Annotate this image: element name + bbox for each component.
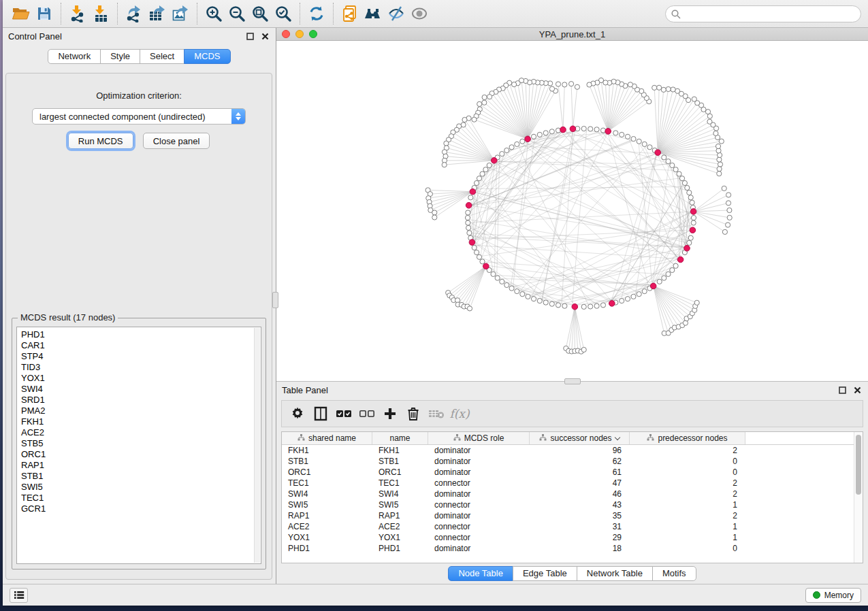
close-panel-icon[interactable] <box>259 31 270 42</box>
network-node[interactable] <box>480 171 485 176</box>
network-node[interactable] <box>432 215 437 220</box>
network-node[interactable] <box>670 163 675 167</box>
network-node[interactable] <box>556 82 560 86</box>
network-node[interactable] <box>726 193 731 197</box>
deselect-all-icon[interactable] <box>357 403 377 424</box>
network-node[interactable] <box>690 200 694 205</box>
network-node[interactable] <box>594 127 599 132</box>
memory-button[interactable]: Memory <box>805 588 861 603</box>
network-node[interactable] <box>666 86 671 91</box>
network-node[interactable] <box>673 167 678 172</box>
network-dominator-node[interactable] <box>690 209 696 215</box>
table-scrollbar-thumb[interactable] <box>856 435 861 495</box>
network-node[interactable] <box>652 85 657 90</box>
network-node[interactable] <box>500 152 504 156</box>
network-node[interactable] <box>662 276 666 280</box>
network-node[interactable] <box>482 100 487 105</box>
network-node[interactable] <box>657 85 662 90</box>
search-network-icon[interactable] <box>361 2 385 25</box>
network-node[interactable] <box>487 95 492 99</box>
network-dominator-node[interactable] <box>609 301 615 307</box>
network-node[interactable] <box>666 159 671 164</box>
mcds-result-item[interactable]: SWI5 <box>21 482 261 493</box>
zoom-out-icon[interactable] <box>225 2 248 25</box>
horizontal-splitter-handle[interactable] <box>564 378 581 384</box>
float-panel-icon[interactable] <box>244 31 255 42</box>
mcds-result-item[interactable]: TEC1 <box>21 493 261 503</box>
network-node[interactable] <box>692 97 696 101</box>
network-node[interactable] <box>475 180 479 185</box>
delete-table-icon[interactable] <box>426 403 447 424</box>
network-node[interactable] <box>688 195 693 200</box>
table-row[interactable]: PHD1PHD1dominator180 <box>282 543 863 554</box>
table-row[interactable]: TEC1TEC1connector472 <box>282 478 863 489</box>
mcds-result-item[interactable]: PHD1 <box>21 329 261 340</box>
network-node[interactable] <box>631 294 636 299</box>
mcds-result-item[interactable]: GCR1 <box>21 503 261 514</box>
network-node[interactable] <box>556 303 560 308</box>
network-node[interactable] <box>482 95 487 99</box>
network-node[interactable] <box>600 303 605 308</box>
network-node[interactable] <box>432 210 437 215</box>
mcds-result-item[interactable]: YOX1 <box>21 373 261 384</box>
network-node[interactable] <box>537 299 542 303</box>
network-node[interactable] <box>691 215 696 220</box>
tab-edge-table[interactable]: Edge Table <box>513 566 577 581</box>
network-node[interactable] <box>543 131 548 135</box>
network-node[interactable] <box>531 134 536 139</box>
network-node[interactable] <box>444 141 449 146</box>
mcds-result-item[interactable]: SRD1 <box>21 395 261 406</box>
network-dominator-node[interactable] <box>570 126 576 132</box>
network-node[interactable] <box>726 222 730 227</box>
network-node[interactable] <box>625 134 630 139</box>
vertical-splitter-handle[interactable] <box>272 292 278 308</box>
network-node[interactable] <box>477 101 482 106</box>
network-node[interactable] <box>504 148 509 152</box>
add-column-icon[interactable] <box>380 403 400 424</box>
network-dominator-node[interactable] <box>483 263 489 269</box>
table-row[interactable]: ORC1ORC1dominator610 <box>282 467 863 478</box>
network-node[interactable] <box>707 119 712 124</box>
network-node[interactable] <box>670 267 675 272</box>
network-node[interactable] <box>468 195 473 200</box>
network-node[interactable] <box>472 245 477 250</box>
mcds-result-item[interactable]: TID3 <box>21 362 261 373</box>
network-node[interactable] <box>683 320 688 325</box>
network-node[interactable] <box>543 300 548 305</box>
network-node[interactable] <box>483 167 488 172</box>
network-node[interactable] <box>613 131 618 135</box>
table-row[interactable]: RAP1RAP1dominator352 <box>282 510 863 521</box>
network-node[interactable] <box>509 145 514 150</box>
select-all-icon[interactable] <box>334 403 354 424</box>
mcds-result-item[interactable]: FKH1 <box>21 416 261 427</box>
network-dominator-node[interactable] <box>572 304 578 310</box>
mcds-result-item[interactable]: STB5 <box>21 438 261 449</box>
network-node[interactable] <box>526 294 530 299</box>
network-node[interactable] <box>475 250 479 254</box>
zoom-in-icon[interactable] <box>202 2 225 25</box>
criterion-dropdown[interactable]: largest connected component (undirected) <box>32 108 246 125</box>
network-node[interactable] <box>661 87 666 92</box>
network-node[interactable] <box>467 306 472 311</box>
network-node[interactable] <box>718 162 722 167</box>
network-node[interactable] <box>512 82 517 87</box>
network-node[interactable] <box>694 300 699 305</box>
float-table-panel-icon[interactable] <box>837 384 848 395</box>
network-node[interactable] <box>562 303 567 308</box>
network-node[interactable] <box>472 117 477 122</box>
column-layout-icon[interactable] <box>310 403 331 424</box>
column-header-successor-nodes[interactable]: successor nodes <box>530 432 630 444</box>
mcds-list-scrollbar[interactable] <box>254 328 260 563</box>
network-node[interactable] <box>687 191 692 195</box>
network-node[interactable] <box>466 220 470 225</box>
network-node[interactable] <box>713 131 718 135</box>
table-row[interactable]: FKH1FKH1dominator962 <box>282 445 863 456</box>
network-node[interactable] <box>581 304 586 309</box>
tab-node-table[interactable]: Node Table <box>448 566 513 581</box>
delete-column-icon[interactable] <box>403 403 423 424</box>
network-node[interactable] <box>588 304 593 309</box>
network-node[interactable] <box>722 229 727 234</box>
network-dominator-node[interactable] <box>650 283 656 289</box>
network-node[interactable] <box>477 176 481 181</box>
column-header-MCDS-role[interactable]: MCDS role <box>428 432 530 444</box>
